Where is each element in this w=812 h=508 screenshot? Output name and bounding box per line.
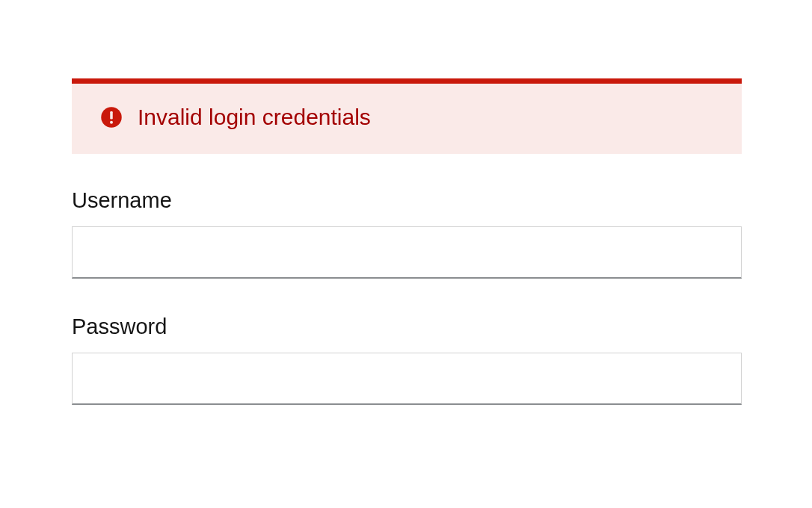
username-label: Username (72, 188, 742, 213)
svg-point-2 (110, 121, 113, 124)
error-icon (100, 106, 123, 128)
svg-rect-1 (110, 111, 113, 120)
password-input[interactable] (72, 353, 742, 405)
error-alert: Invalid login credentials (72, 78, 742, 154)
error-message: Invalid login credentials (138, 106, 371, 128)
password-label: Password (72, 315, 742, 339)
password-group: Password (72, 315, 742, 405)
login-form-container: Invalid login credentials Username Passw… (0, 0, 812, 405)
username-group: Username (72, 188, 742, 279)
username-input[interactable] (72, 226, 742, 279)
